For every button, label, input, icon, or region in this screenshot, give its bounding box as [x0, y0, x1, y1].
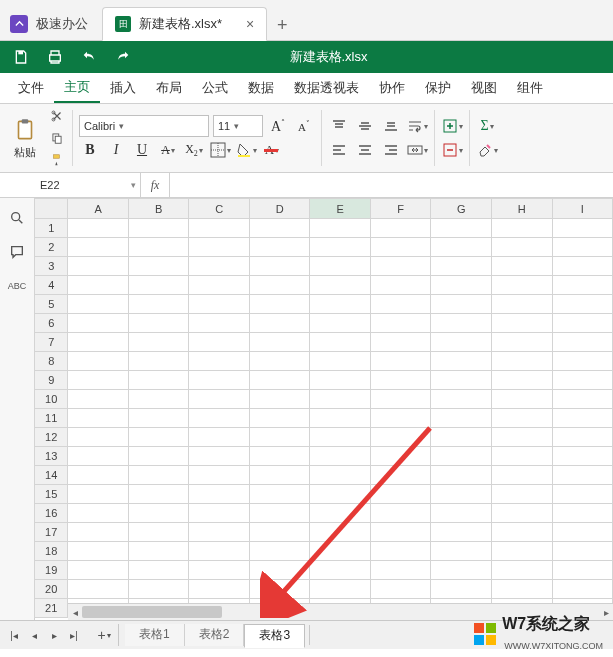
column-header[interactable]: C [189, 199, 250, 219]
cell[interactable] [370, 352, 430, 371]
cell[interactable] [68, 580, 129, 599]
sheet-tab-0[interactable]: 表格1 [125, 624, 185, 646]
row-header[interactable]: 17 [35, 523, 68, 542]
sheet-nav-last[interactable]: ▸| [64, 625, 84, 645]
cell[interactable] [310, 409, 371, 428]
cell[interactable] [128, 257, 189, 276]
cell[interactable] [370, 409, 430, 428]
redo-button[interactable] [106, 41, 140, 73]
align-center-button[interactable] [354, 139, 376, 161]
cell[interactable] [189, 238, 250, 257]
cell[interactable] [189, 314, 250, 333]
cell[interactable] [310, 542, 371, 561]
cell[interactable] [552, 504, 612, 523]
cell[interactable] [128, 238, 189, 257]
cell[interactable] [552, 542, 612, 561]
cell[interactable] [431, 466, 492, 485]
cell[interactable] [552, 561, 612, 580]
cell[interactable] [431, 371, 492, 390]
cell[interactable] [492, 295, 553, 314]
cell[interactable] [310, 466, 371, 485]
column-header[interactable]: A [68, 199, 129, 219]
formula-input[interactable] [170, 173, 613, 197]
cell[interactable] [310, 352, 371, 371]
column-header[interactable]: F [370, 199, 430, 219]
cell[interactable] [370, 333, 430, 352]
cell[interactable] [552, 523, 612, 542]
cell[interactable] [431, 428, 492, 447]
menu-item-0[interactable]: 文件 [8, 73, 54, 103]
cell[interactable] [370, 276, 430, 295]
cell[interactable] [189, 485, 250, 504]
cell[interactable] [431, 390, 492, 409]
menu-item-9[interactable]: 视图 [461, 73, 507, 103]
row-header[interactable]: 5 [35, 295, 68, 314]
cell[interactable] [552, 295, 612, 314]
cell[interactable] [310, 333, 371, 352]
decrease-font-button[interactable]: A˅ [293, 115, 315, 137]
cell[interactable] [249, 371, 310, 390]
row-header[interactable]: 19 [35, 561, 68, 580]
cell[interactable] [189, 333, 250, 352]
cell[interactable] [68, 295, 129, 314]
cell[interactable] [189, 542, 250, 561]
menu-item-10[interactable]: 组件 [507, 73, 553, 103]
row-header[interactable]: 6 [35, 314, 68, 333]
underline-button[interactable]: U [131, 139, 153, 161]
cell[interactable] [310, 485, 371, 504]
align-left-button[interactable] [328, 139, 350, 161]
cell[interactable] [431, 447, 492, 466]
scroll-right-icon[interactable]: ▸ [599, 604, 613, 620]
align-top-button[interactable] [328, 115, 350, 137]
cell[interactable] [68, 428, 129, 447]
cell[interactable] [68, 542, 129, 561]
cell[interactable] [552, 447, 612, 466]
cell[interactable] [68, 238, 129, 257]
row-header[interactable]: 9 [35, 371, 68, 390]
cell[interactable] [310, 580, 371, 599]
strikethrough-button[interactable]: A▾ [157, 139, 179, 161]
column-header[interactable]: D [249, 199, 310, 219]
cell[interactable] [310, 447, 371, 466]
menu-item-1[interactable]: 主页 [54, 73, 100, 103]
cell[interactable] [68, 561, 129, 580]
cell[interactable] [370, 485, 430, 504]
cell[interactable] [431, 219, 492, 238]
bold-button[interactable]: B [79, 139, 101, 161]
cell[interactable] [370, 561, 430, 580]
cell[interactable] [431, 238, 492, 257]
sheet-tab-1[interactable]: 表格2 [185, 624, 245, 646]
font-color-button[interactable]: A ▾ [261, 139, 283, 161]
row-header[interactable]: 21 [35, 599, 68, 618]
row-header[interactable]: 4 [35, 276, 68, 295]
cell[interactable] [552, 276, 612, 295]
save-button[interactable] [4, 41, 38, 73]
cell[interactable] [431, 561, 492, 580]
spellcheck-button[interactable]: ABC [7, 276, 27, 296]
cell[interactable] [249, 504, 310, 523]
row-header[interactable]: 1 [35, 219, 68, 238]
cell[interactable] [128, 523, 189, 542]
cell[interactable] [310, 561, 371, 580]
merge-cells-button[interactable]: ▾ [406, 139, 428, 161]
cell[interactable] [189, 371, 250, 390]
cell[interactable] [249, 466, 310, 485]
fill-color-button[interactable]: ▾ [235, 139, 257, 161]
search-icon[interactable] [7, 208, 27, 228]
increase-font-button[interactable]: A˄ [267, 115, 289, 137]
paste-button[interactable]: 粘贴 [6, 117, 44, 160]
cell[interactable] [128, 561, 189, 580]
cell[interactable] [492, 466, 553, 485]
cell[interactable] [370, 447, 430, 466]
cell[interactable] [370, 238, 430, 257]
cell[interactable] [189, 409, 250, 428]
cell[interactable] [370, 504, 430, 523]
cell[interactable] [68, 333, 129, 352]
delete-cells-button[interactable]: ▾ [441, 139, 463, 161]
column-header[interactable]: G [431, 199, 492, 219]
menu-item-7[interactable]: 协作 [369, 73, 415, 103]
cell[interactable] [492, 219, 553, 238]
cell[interactable] [189, 580, 250, 599]
new-tab-button[interactable]: + [267, 10, 297, 40]
cell[interactable] [128, 428, 189, 447]
